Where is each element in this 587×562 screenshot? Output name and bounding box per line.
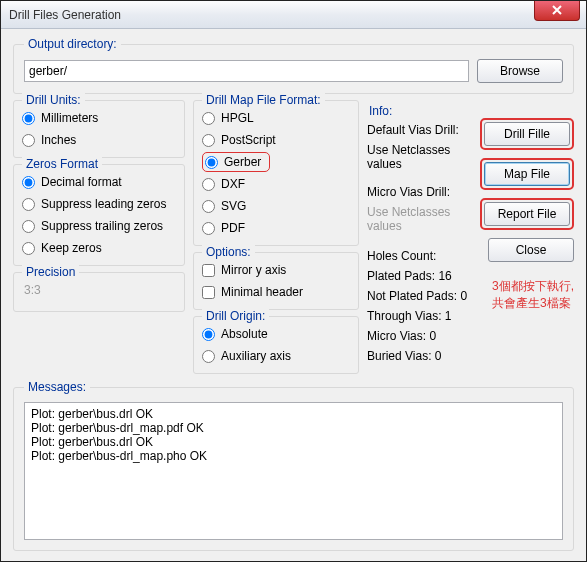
label-suppress-leading: Suppress leading zeros — [41, 197, 166, 211]
radio-suppress-trailing[interactable] — [22, 220, 35, 233]
checkbox-mirror-y[interactable] — [202, 264, 215, 277]
label-keep-zeros: Keep zeros — [41, 241, 102, 255]
drill-origin-legend: Drill Origin: — [202, 309, 269, 323]
annotation-line2: 共會產生3檔案 — [492, 296, 571, 310]
default-vias-label: Default Vias Drill: — [367, 120, 474, 140]
label-absolute: Absolute — [221, 327, 268, 341]
through-vias: Through Vias: 1 — [367, 306, 474, 326]
radio-suppress-leading[interactable] — [22, 198, 35, 211]
not-plated-pads: Not Plated Pads: 0 — [367, 286, 474, 306]
radio-keep-zeros[interactable] — [22, 242, 35, 255]
messages-textarea[interactable]: Plot: gerber\bus.drl OK Plot: gerber\bus… — [24, 402, 563, 540]
zeros-format-legend: Zeros Format — [22, 157, 102, 171]
label-millimeters: Millimeters — [41, 111, 98, 125]
radio-absolute[interactable] — [202, 328, 215, 341]
buried-vias: Buried Vias: 0 — [367, 346, 474, 366]
checkbox-minimal-header[interactable] — [202, 286, 215, 299]
default-vias-value: Use Netclasses values — [367, 140, 474, 174]
options-group: Options: Mirror y axis Minimal header — [193, 252, 359, 310]
radio-postscript[interactable] — [202, 134, 215, 147]
output-directory-legend: Output directory: — [24, 37, 121, 51]
info-legend: Info: — [367, 100, 474, 120]
report-file-button[interactable]: Report File — [484, 202, 570, 226]
drill-units-group: Drill Units: Millimeters Inches — [13, 100, 185, 158]
messages-group: Messages: Plot: gerber\bus.drl OK Plot: … — [13, 380, 574, 551]
annotation-line1: 3個都按下執行, — [492, 279, 574, 293]
precision-value: 3:3 — [22, 279, 176, 305]
plated-pads: Plated Pads: 16 — [367, 266, 474, 286]
dialog-body: Output directory: Browse Drill Units: Mi… — [1, 29, 586, 561]
micro-vias-label: Micro Vias Drill: — [367, 182, 474, 202]
map-file-button[interactable]: Map File — [484, 162, 570, 186]
micro-vias-value: Use Netclasses values — [367, 202, 474, 236]
main-columns: Drill Units: Millimeters Inches Zeros Fo… — [13, 100, 574, 374]
drill-units-legend: Drill Units: — [22, 93, 85, 107]
drill-file-button[interactable]: Drill Fille — [484, 122, 570, 146]
label-hpgl: HPGL — [221, 111, 254, 125]
label-inches: Inches — [41, 133, 76, 147]
label-suppress-trailing: Suppress trailing zeros — [41, 219, 163, 233]
label-decimal-format: Decimal format — [41, 175, 122, 189]
radio-dxf[interactable] — [202, 178, 215, 191]
map-format-legend: Drill Map File Format: — [202, 93, 325, 107]
close-window-button[interactable] — [534, 1, 580, 21]
holes-count-label: Holes Count: — [367, 246, 474, 266]
radio-svg[interactable] — [202, 200, 215, 213]
annotation-text: 3個都按下執行, 共會產生3檔案 — [492, 278, 574, 312]
options-legend: Options: — [202, 245, 255, 259]
label-minimal-header: Minimal header — [221, 285, 303, 299]
window-title: Drill Files Generation — [9, 8, 534, 22]
close-icon — [552, 5, 562, 15]
label-gerber: Gerber — [224, 155, 261, 169]
label-postscript: PostScript — [221, 133, 276, 147]
label-pdf: PDF — [221, 221, 245, 235]
radio-gerber[interactable] — [205, 156, 218, 169]
radio-inches[interactable] — [22, 134, 35, 147]
label-auxiliary-axis: Auxiliary axis — [221, 349, 291, 363]
label-dxf: DXF — [221, 177, 245, 191]
precision-group: Precision 3:3 — [13, 272, 185, 312]
label-mirror-y: Mirror y axis — [221, 263, 286, 277]
radio-decimal-format[interactable] — [22, 176, 35, 189]
radio-pdf[interactable] — [202, 222, 215, 235]
output-directory-input[interactable] — [24, 60, 469, 82]
radio-auxiliary-axis[interactable] — [202, 350, 215, 363]
micro-vias-count: Micro Vias: 0 — [367, 326, 474, 346]
close-button[interactable]: Close — [488, 238, 574, 262]
output-directory-group: Output directory: Browse — [13, 37, 574, 94]
titlebar[interactable]: Drill Files Generation — [1, 1, 586, 29]
radio-millimeters[interactable] — [22, 112, 35, 125]
dialog-window: Drill Files Generation Output directory:… — [0, 0, 587, 562]
drill-origin-group: Drill Origin: Absolute Auxiliary axis — [193, 316, 359, 374]
browse-button[interactable]: Browse — [477, 59, 563, 83]
radio-hpgl[interactable] — [202, 112, 215, 125]
precision-legend: Precision — [22, 265, 79, 279]
zeros-format-group: Zeros Format Decimal format Suppress lea… — [13, 164, 185, 266]
messages-legend: Messages: — [24, 380, 90, 394]
map-format-group: Drill Map File Format: HPGL PostScript G… — [193, 100, 359, 246]
label-svg: SVG — [221, 199, 246, 213]
